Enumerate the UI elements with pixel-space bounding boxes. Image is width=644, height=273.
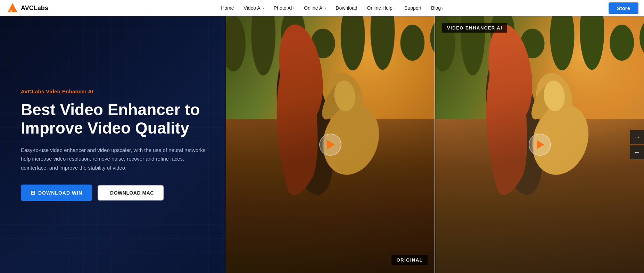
- photo-ai-chevron-icon: ›: [293, 6, 294, 10]
- prev-arrow-button[interactable]: ←: [630, 145, 644, 159]
- hero-description: Easy-to-use video enhancer and video ups…: [21, 146, 208, 172]
- video-comparison-area: ORIGINAL VIDEO ENHANCER AI → ←: [226, 16, 644, 273]
- hero-subtitle: AVCLabs Video Enhancer AI: [21, 88, 208, 94]
- logo[interactable]: A AVCLabs: [0, 2, 56, 14]
- nav-online-ai[interactable]: Online AI ›: [299, 0, 331, 16]
- nav-home[interactable]: Home: [216, 0, 239, 16]
- nav-arrows: → ←: [630, 130, 644, 159]
- online-help-chevron-icon: ›: [394, 6, 395, 10]
- hero-title: Best Video Enhancer toImprove Video Qual…: [21, 101, 208, 137]
- nav-download[interactable]: Download: [331, 0, 362, 16]
- svg-marker-0: [8, 3, 17, 12]
- blog-chevron-icon: ›: [442, 6, 443, 10]
- hero-buttons: ⊞ DOWNLOAD WIN DOWNLOAD MAC: [21, 185, 208, 201]
- svg-text:A: A: [10, 9, 12, 12]
- nav-online-help[interactable]: Online Help ›: [362, 0, 400, 16]
- windows-icon: ⊞: [31, 189, 35, 196]
- enhanced-video-panel: VIDEO ENHANCER AI → ←: [435, 16, 644, 273]
- online-ai-chevron-icon: ›: [325, 6, 326, 10]
- next-arrow-button[interactable]: →: [630, 130, 644, 144]
- original-label: ORIGINAL: [391, 255, 428, 265]
- nav-links: Home Video AI › Photo AI › Online AI › D…: [56, 0, 609, 16]
- enhanced-label: VIDEO ENHANCER AI: [442, 23, 507, 33]
- nav-photo-ai[interactable]: Photo AI ›: [269, 0, 299, 16]
- page-body: AVCLabs Video Enhancer AI Best Video Enh…: [0, 0, 644, 273]
- original-video-panel: ORIGINAL: [226, 16, 435, 273]
- avc-logo-icon: A: [7, 2, 18, 14]
- store-button[interactable]: Store: [609, 2, 638, 14]
- nav-blog[interactable]: Blog ›: [426, 0, 448, 16]
- play-button-original[interactable]: [319, 134, 341, 156]
- video-ai-chevron-icon: ›: [263, 6, 264, 10]
- nav-support[interactable]: Support: [399, 0, 426, 16]
- logo-text: AVCLabs: [21, 5, 48, 12]
- store-area: Store: [609, 2, 638, 14]
- download-win-button[interactable]: ⊞ DOWNLOAD WIN: [21, 185, 92, 201]
- nav-video-ai[interactable]: Video AI ›: [239, 0, 269, 16]
- navbar: A AVCLabs Home Video AI › Photo AI › Onl…: [0, 0, 644, 16]
- play-button-enhanced[interactable]: [529, 134, 551, 156]
- hero-section: AVCLabs Video Enhancer AI Best Video Enh…: [0, 16, 226, 273]
- download-mac-button[interactable]: DOWNLOAD MAC: [98, 185, 164, 201]
